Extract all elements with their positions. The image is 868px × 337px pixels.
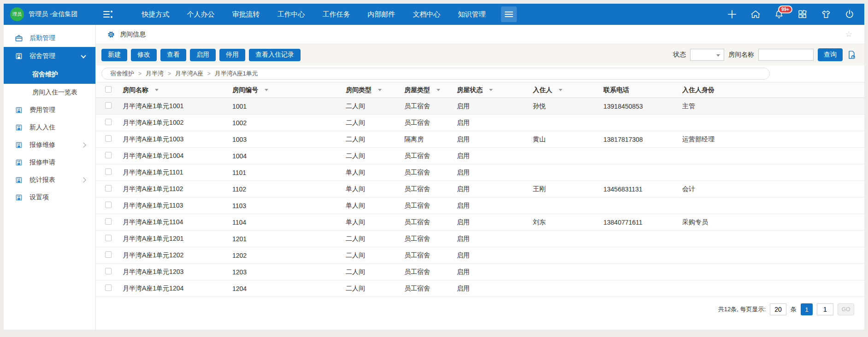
- cell-r6-c4: 启用: [457, 198, 533, 214]
- menu-toggle-icon[interactable]: [102, 9, 114, 19]
- table-row: 月半湾A座1单元11041104单人间员工宿舍启用刘东13840771611采购…: [96, 214, 864, 231]
- cell-r7-c7: 采购专员: [682, 214, 864, 231]
- nav-item-6[interactable]: 文档中心: [404, 4, 449, 25]
- cell-r4-c5: [533, 164, 603, 181]
- toolbar-button-1[interactable]: 修改: [131, 49, 157, 61]
- cell-r1-c6: [603, 115, 682, 131]
- table-row: 月半湾A座1单元10041004二人间员工宿舍启用: [96, 148, 864, 164]
- sidebar-item-2[interactable]: 宿舍维护: [4, 65, 95, 84]
- breadcrumb-item-1[interactable]: 月半湾: [146, 70, 164, 78]
- row-checkbox[interactable]: [105, 235, 112, 241]
- cell-r2-c7: 运营部经理: [682, 131, 864, 148]
- export-report-icon[interactable]: [847, 50, 856, 59]
- row-checkbox[interactable]: [105, 268, 112, 274]
- cell-r6-c5: [533, 198, 603, 214]
- table-row: 月半湾A座1单元12021202二人间员工宿舍启用: [96, 247, 864, 264]
- row-checkbox[interactable]: [105, 135, 112, 142]
- column-label: 房间名称: [123, 86, 148, 94]
- sort-caret-icon[interactable]: [155, 89, 159, 91]
- sidebar-item-label: 费用管理: [30, 106, 55, 114]
- sort-caret-icon[interactable]: [437, 89, 440, 91]
- nav-item-0[interactable]: 快捷方式: [133, 4, 178, 25]
- breadcrumb-item-2[interactable]: 月半湾A座: [175, 70, 203, 78]
- cell-r4-c4: 启用: [457, 164, 533, 181]
- search-button[interactable]: 查询: [818, 48, 843, 61]
- toolbar-button-0[interactable]: 新建: [101, 49, 127, 61]
- room-name-input[interactable]: [758, 49, 814, 61]
- go-button[interactable]: GO: [838, 303, 854, 315]
- module-icon: [15, 52, 23, 60]
- row-checkbox[interactable]: [105, 218, 112, 225]
- toolbar-button-5[interactable]: 查看入住记录: [249, 49, 301, 61]
- sidebar: 后勤管理宿舍管理宿舍维护房间入住一览表费用管理新人入住报修维修报修申请统计报表设…: [4, 25, 96, 330]
- avatar[interactable]: 理员: [10, 7, 24, 21]
- more-menus-icon[interactable]: [501, 6, 517, 22]
- table-row: 月半湾A座1单元10011001二人间员工宿舍启用孙悦13918450853主管: [96, 98, 864, 115]
- row-checkbox[interactable]: [105, 285, 112, 291]
- cell-r6-c2: 单人间: [346, 198, 404, 214]
- breadcrumb-item-0[interactable]: 宿舍维护: [110, 70, 134, 78]
- breadcrumb: 宿舍维护>月半湾>月半湾A座>月半湾A座1单元: [101, 68, 770, 80]
- sidebar-item-3[interactable]: 房间入住一览表: [4, 84, 95, 101]
- cell-r11-c6: [603, 280, 682, 297]
- toolbar-button-2[interactable]: 查看: [160, 49, 186, 61]
- page-size-input[interactable]: [770, 303, 786, 315]
- row-checkbox[interactable]: [105, 185, 112, 192]
- cell-r3-c0: 月半湾A座1单元1004: [123, 148, 232, 164]
- nav-item-7[interactable]: 知识管理: [449, 4, 495, 25]
- nav-item-1[interactable]: 个人办公: [178, 4, 224, 25]
- apps-grid-icon[interactable]: [797, 9, 808, 20]
- sidebar-item-7[interactable]: 报修申请: [4, 154, 95, 171]
- row-checkbox[interactable]: [105, 119, 112, 125]
- favorite-star-icon[interactable]: ☆: [845, 29, 852, 39]
- plus-icon[interactable]: [726, 9, 738, 20]
- cell-r11-c0: 月半湾A座1单元1204: [123, 280, 232, 297]
- sidebar-item-1[interactable]: 宿舍管理: [4, 47, 95, 65]
- status-select[interactable]: [690, 49, 724, 61]
- breadcrumb-item-3[interactable]: 月半湾A座1单元: [215, 70, 258, 78]
- sidebar-item-5[interactable]: 新人入住: [4, 119, 95, 136]
- current-page-button[interactable]: 1: [801, 303, 813, 315]
- toolbar-button-4[interactable]: 停用: [219, 49, 245, 61]
- sort-caret-icon[interactable]: [378, 89, 382, 91]
- theme-shirt-icon[interactable]: [821, 9, 832, 20]
- power-icon[interactable]: [844, 9, 855, 20]
- sidebar-item-9[interactable]: 设置项: [4, 189, 95, 206]
- sort-caret-icon[interactable]: [559, 89, 562, 91]
- sidebar-item-0[interactable]: 后勤管理: [4, 29, 95, 47]
- row-checkbox[interactable]: [105, 202, 112, 208]
- row-checkbox[interactable]: [105, 251, 112, 258]
- home-icon[interactable]: [750, 9, 761, 20]
- cell-r11-c5: [533, 280, 603, 297]
- toolbar-button-3[interactable]: 启用: [190, 49, 216, 61]
- cell-r3-c4: 启用: [457, 148, 533, 164]
- row-checkbox[interactable]: [105, 152, 112, 158]
- nav-item-2[interactable]: 审批流转: [224, 4, 269, 25]
- row-checkbox[interactable]: [105, 102, 112, 109]
- main-content: 房间信息 ☆ 新建修改查看启用停用查看入住记录 状态 房间名称 查询: [96, 25, 864, 330]
- column-header-7: 入住人身份: [682, 82, 864, 98]
- cell-r4-c1: 1101: [232, 164, 346, 181]
- sidebar-item-4[interactable]: 费用管理: [4, 101, 95, 119]
- nav-item-3[interactable]: 工作中心: [269, 4, 314, 25]
- row-checkbox-cell: [96, 214, 123, 231]
- table-row: 月半湾A座1单元12031203二人间员工宿舍启用: [96, 264, 864, 280]
- table-row: 月半湾A座1单元12011201二人间员工宿舍启用: [96, 231, 864, 247]
- nav-item-5[interactable]: 内部邮件: [359, 4, 404, 25]
- sort-caret-icon[interactable]: [489, 89, 493, 91]
- row-checkbox[interactable]: [105, 168, 112, 175]
- rooms-table: 房间名称房间编号房间类型房屋类型房屋状态入住人联系电话入住人身份 月半湾A座1单…: [96, 82, 864, 297]
- sort-caret-icon[interactable]: [265, 89, 268, 91]
- bell-icon[interactable]: 99+: [774, 9, 785, 20]
- cell-r3-c3: 员工宿舍: [404, 148, 457, 164]
- nav-item-4[interactable]: 工作任务: [314, 4, 359, 25]
- module-icon: [15, 158, 23, 167]
- goto-page-input[interactable]: [817, 303, 833, 315]
- page-title: 房间信息: [120, 30, 146, 39]
- sidebar-menu: 后勤管理宿舍管理宿舍维护房间入住一览表费用管理新人入住报修维修报修申请统计报表设…: [4, 29, 95, 206]
- table-header: 房间名称房间编号房间类型房屋类型房屋状态入住人联系电话入住人身份: [96, 82, 864, 98]
- select-all-checkbox[interactable]: [105, 86, 112, 93]
- cell-r6-c1: 1103: [232, 198, 346, 214]
- sidebar-item-6[interactable]: 报修维修: [4, 136, 95, 154]
- sidebar-item-8[interactable]: 统计报表: [4, 171, 95, 189]
